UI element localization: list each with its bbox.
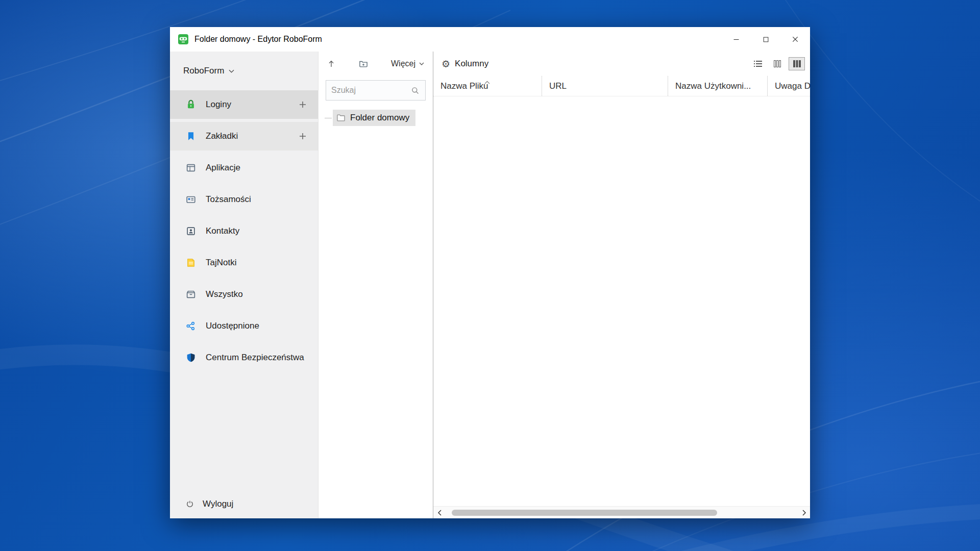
scroll-right-button[interactable] (798, 507, 810, 518)
scrollbar-track[interactable] (446, 507, 798, 518)
id-card-icon (185, 194, 197, 205)
sidebar-item-label: Loginy (206, 99, 231, 110)
sidebar-item-label: Aplikacje (206, 163, 240, 173)
column-header-row: Nazwa Pliku URL Nazwa Użytkowni... Uwaga… (433, 76, 810, 96)
contact-card-icon (185, 226, 197, 237)
profile-label: RoboForm (183, 66, 224, 76)
folder-tree: Folder domowy (318, 110, 433, 126)
sidebar-item-label: Wszystko (206, 289, 243, 299)
sidebar-item-label: Zakładki (206, 131, 238, 141)
bookmark-icon (185, 131, 197, 142)
chevron-down-icon (228, 69, 235, 73)
app-window-icon (185, 162, 197, 173)
tree-item-folder-domowy[interactable]: Folder domowy (333, 110, 415, 126)
go-up-button[interactable] (327, 59, 336, 68)
roboform-editor-window: Folder domowy - Edytor RoboForm (170, 27, 810, 518)
sidebar-item-aplikacje[interactable]: Aplikacje (170, 154, 318, 182)
lock-icon (185, 99, 197, 110)
tree-row: Folder domowy (318, 110, 433, 126)
arrow-up-icon (327, 59, 336, 68)
sidebar-item-wszystko[interactable]: Wszystko (170, 280, 318, 309)
scrollbar-thumb[interactable] (452, 510, 717, 516)
minimize-button[interactable] (721, 27, 751, 52)
columns-view-button[interactable] (769, 57, 786, 70)
sidebar-item-tozsamosci[interactable]: Tożsamości (170, 185, 318, 214)
column-header-nazwa-uzytkownika[interactable]: Nazwa Użytkowni... (668, 76, 767, 96)
sidebar-item-label: Tożsamości (206, 194, 251, 205)
gear-icon: ⚙ (442, 59, 450, 69)
add-login-button[interactable] (299, 101, 307, 109)
close-icon (791, 35, 799, 43)
sidebar-item-label: Udostępnione (206, 321, 259, 331)
window-body: RoboForm Loginy (170, 52, 810, 518)
new-folder-button[interactable] (358, 59, 369, 69)
shield-icon (185, 352, 197, 363)
maximize-icon (762, 36, 770, 43)
roboform-logo-icon (177, 33, 189, 45)
column-header-url[interactable]: URL (542, 76, 668, 96)
new-folder-icon (358, 59, 369, 69)
columns-view-icon (774, 60, 781, 67)
sort-ascending-icon (484, 77, 490, 87)
sidebar-item-label: Centrum Bezpieczeństwa (206, 353, 304, 363)
details-view-icon (793, 60, 801, 67)
plus-icon (299, 132, 307, 140)
content-toolbar: ⚙ Kolumny (433, 52, 810, 76)
window-controls (721, 27, 810, 52)
sidebar-item-label: Kontakty (206, 226, 239, 236)
desktop-background: Folder domowy - Edytor RoboForm (0, 0, 980, 551)
view-toggle-group (750, 57, 805, 70)
share-icon (185, 320, 197, 332)
file-list-empty-area (433, 96, 810, 506)
tree-item-label: Folder domowy (350, 113, 409, 123)
search-icon (410, 86, 420, 95)
details-view-button[interactable] (789, 57, 805, 70)
close-button[interactable] (780, 27, 810, 52)
sidebar-item-udostepnione[interactable]: Udostępnione (170, 312, 318, 340)
add-bookmark-button[interactable] (299, 132, 307, 140)
columns-label: Kolumny (455, 59, 488, 69)
logout-label: Wyloguj (203, 499, 233, 509)
list-view-icon (754, 60, 762, 67)
logout-button[interactable]: Wyloguj (185, 499, 233, 509)
folder-toolbar: Więcej (318, 52, 433, 76)
folder-pane: Więcej (318, 52, 433, 518)
profile-dropdown[interactable]: RoboForm (183, 66, 318, 76)
folder-icon (336, 113, 346, 123)
scroll-left-button[interactable] (433, 507, 446, 518)
content-pane: ⚙ Kolumny (433, 52, 810, 518)
horizontal-scrollbar[interactable] (433, 506, 810, 518)
sidebar-item-zakladki[interactable]: Zakładki (170, 122, 318, 151)
more-label: Więcej (391, 59, 415, 68)
chevron-left-icon (437, 510, 442, 516)
sidebar-item-loginy[interactable]: Loginy (170, 90, 318, 119)
sidebar: RoboForm Loginy (170, 52, 318, 518)
search-box (326, 80, 426, 101)
plus-icon (299, 101, 307, 109)
maximize-button[interactable] (751, 27, 780, 52)
titlebar: Folder domowy - Edytor RoboForm (170, 27, 810, 52)
columns-button[interactable]: ⚙ Kolumny (442, 59, 488, 69)
sidebar-item-label: TajNotki (206, 258, 236, 268)
power-icon (185, 499, 194, 509)
minimize-icon (732, 36, 740, 43)
more-button[interactable]: Więcej (391, 59, 425, 68)
sidebar-item-tajnotki[interactable]: TajNotki (170, 248, 318, 277)
chevron-right-icon (802, 510, 806, 516)
sidebar-item-centrum-bezpieczenstwa[interactable]: Centrum Bezpieczeństwa (170, 343, 318, 372)
column-header-uwaga[interactable]: Uwaga D (767, 76, 810, 96)
window-title: Folder domowy - Edytor RoboForm (194, 35, 322, 44)
search-input[interactable] (331, 86, 410, 95)
note-icon (185, 257, 197, 268)
archive-icon (185, 289, 197, 300)
sidebar-nav: Loginy Zakładki (170, 90, 318, 372)
sidebar-item-kontakty[interactable]: Kontakty (170, 217, 318, 245)
list-view-button[interactable] (750, 57, 766, 70)
tree-connector (325, 118, 332, 118)
chevron-down-icon (419, 62, 425, 66)
